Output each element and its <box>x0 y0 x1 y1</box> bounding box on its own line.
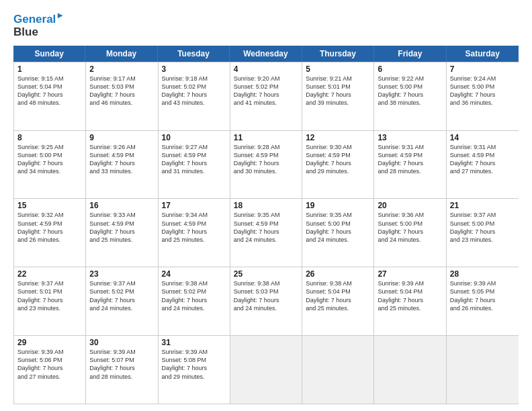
day-cell-14: 14Sunrise: 9:31 AM Sunset: 4:59 PM Dayli… <box>447 131 519 199</box>
day-number: 28 <box>450 269 515 279</box>
day-cell-4: 4Sunrise: 9:20 AM Sunset: 5:02 PM Daylig… <box>230 62 302 130</box>
day-cell-21: 21Sunrise: 9:37 AM Sunset: 5:00 PM Dayli… <box>447 199 519 267</box>
day-cell-22: 22Sunrise: 9:37 AM Sunset: 5:01 PM Dayli… <box>14 267 86 335</box>
day-info: Sunrise: 9:38 AM Sunset: 5:04 PM Dayligh… <box>306 279 370 312</box>
day-cell-30: 30Sunrise: 9:39 AM Sunset: 5:07 PM Dayli… <box>86 336 158 404</box>
week-row-5: 29Sunrise: 9:39 AM Sunset: 5:06 PM Dayli… <box>14 336 519 404</box>
day-info: Sunrise: 9:37 AM Sunset: 5:00 PM Dayligh… <box>450 211 515 244</box>
day-cell-29: 29Sunrise: 9:39 AM Sunset: 5:06 PM Dayli… <box>14 336 86 404</box>
day-cell-empty <box>302 336 374 404</box>
day-header-friday: Friday <box>374 46 446 62</box>
day-header-saturday: Saturday <box>447 46 519 62</box>
day-header-tuesday: Tuesday <box>158 46 230 62</box>
day-cell-empty <box>230 336 302 404</box>
day-number: 17 <box>162 201 226 210</box>
day-info: Sunrise: 9:35 AM Sunset: 5:00 PM Dayligh… <box>306 211 370 244</box>
day-cell-20: 20Sunrise: 9:36 AM Sunset: 5:00 PM Dayli… <box>374 199 446 267</box>
day-cell-26: 26Sunrise: 9:38 AM Sunset: 5:04 PM Dayli… <box>302 267 374 335</box>
day-number: 25 <box>234 269 298 279</box>
day-number: 6 <box>378 64 442 74</box>
day-number: 15 <box>17 201 82 210</box>
day-info: Sunrise: 9:37 AM Sunset: 5:02 PM Dayligh… <box>89 279 154 312</box>
day-number: 12 <box>306 133 370 142</box>
day-number: 13 <box>378 133 442 142</box>
day-number: 31 <box>162 338 226 347</box>
day-cell-empty <box>447 336 519 404</box>
day-number: 30 <box>89 338 154 347</box>
day-info: Sunrise: 9:17 AM Sunset: 5:03 PM Dayligh… <box>89 75 154 107</box>
day-info: Sunrise: 9:22 AM Sunset: 5:00 PM Dayligh… <box>378 75 442 107</box>
week-row-2: 8Sunrise: 9:25 AM Sunset: 5:00 PM Daylig… <box>14 131 519 199</box>
day-info: Sunrise: 9:24 AM Sunset: 5:00 PM Dayligh… <box>450 75 515 107</box>
day-number: 26 <box>306 269 370 279</box>
day-cell-3: 3Sunrise: 9:18 AM Sunset: 5:02 PM Daylig… <box>159 62 230 130</box>
calendar-header: SundayMondayTuesdayWednesdayThursdayFrid… <box>13 46 519 62</box>
week-row-4: 22Sunrise: 9:37 AM Sunset: 5:01 PM Dayli… <box>14 267 519 336</box>
header: General► Blue <box>13 11 519 39</box>
day-number: 11 <box>234 133 298 142</box>
logo-general: General <box>13 13 56 26</box>
day-header-thursday: Thursday <box>302 46 374 62</box>
day-header-monday: Monday <box>85 46 157 62</box>
day-cell-6: 6Sunrise: 9:22 AM Sunset: 5:00 PM Daylig… <box>374 62 446 130</box>
day-cell-7: 7Sunrise: 9:24 AM Sunset: 5:00 PM Daylig… <box>447 62 519 130</box>
day-cell-19: 19Sunrise: 9:35 AM Sunset: 5:00 PM Dayli… <box>302 199 374 267</box>
day-cell-12: 12Sunrise: 9:30 AM Sunset: 4:59 PM Dayli… <box>302 131 374 199</box>
day-info: Sunrise: 9:39 AM Sunset: 5:06 PM Dayligh… <box>17 348 82 381</box>
day-info: Sunrise: 9:39 AM Sunset: 5:05 PM Dayligh… <box>450 279 515 312</box>
day-info: Sunrise: 9:25 AM Sunset: 5:00 PM Dayligh… <box>17 143 82 176</box>
day-number: 21 <box>450 201 515 210</box>
day-info: Sunrise: 9:15 AM Sunset: 5:04 PM Dayligh… <box>17 75 82 107</box>
day-number: 16 <box>89 201 154 210</box>
day-number: 7 <box>450 64 515 74</box>
day-info: Sunrise: 9:34 AM Sunset: 4:59 PM Dayligh… <box>162 211 226 244</box>
day-info: Sunrise: 9:26 AM Sunset: 4:59 PM Dayligh… <box>89 143 154 176</box>
day-cell-24: 24Sunrise: 9:38 AM Sunset: 5:02 PM Dayli… <box>159 267 230 335</box>
day-cell-17: 17Sunrise: 9:34 AM Sunset: 4:59 PM Dayli… <box>159 199 230 267</box>
calendar-body: 1Sunrise: 9:15 AM Sunset: 5:04 PM Daylig… <box>13 62 519 404</box>
logo-blue: Blue <box>13 26 38 38</box>
day-cell-27: 27Sunrise: 9:39 AM Sunset: 5:04 PM Dayli… <box>374 267 446 335</box>
day-number: 29 <box>17 338 82 347</box>
day-info: Sunrise: 9:31 AM Sunset: 4:59 PM Dayligh… <box>378 143 442 176</box>
day-header-wednesday: Wednesday <box>230 46 302 62</box>
day-info: Sunrise: 9:39 AM Sunset: 5:08 PM Dayligh… <box>162 348 226 381</box>
day-cell-31: 31Sunrise: 9:39 AM Sunset: 5:08 PM Dayli… <box>159 336 230 404</box>
day-cell-16: 16Sunrise: 9:33 AM Sunset: 4:59 PM Dayli… <box>86 199 158 267</box>
day-info: Sunrise: 9:31 AM Sunset: 4:59 PM Dayligh… <box>450 143 515 176</box>
day-info: Sunrise: 9:39 AM Sunset: 5:04 PM Dayligh… <box>378 279 442 312</box>
day-cell-18: 18Sunrise: 9:35 AM Sunset: 4:59 PM Dayli… <box>230 199 302 267</box>
day-info: Sunrise: 9:30 AM Sunset: 4:59 PM Dayligh… <box>306 143 370 176</box>
day-info: Sunrise: 9:38 AM Sunset: 5:03 PM Dayligh… <box>234 279 298 312</box>
day-cell-23: 23Sunrise: 9:37 AM Sunset: 5:02 PM Dayli… <box>86 267 158 335</box>
day-info: Sunrise: 9:28 AM Sunset: 4:59 PM Dayligh… <box>234 143 298 176</box>
day-cell-2: 2Sunrise: 9:17 AM Sunset: 5:03 PM Daylig… <box>86 62 158 130</box>
day-cell-5: 5Sunrise: 9:21 AM Sunset: 5:01 PM Daylig… <box>302 62 374 130</box>
calendar: SundayMondayTuesdayWednesdayThursdayFrid… <box>13 46 519 404</box>
day-info: Sunrise: 9:21 AM Sunset: 5:01 PM Dayligh… <box>306 75 370 107</box>
day-number: 19 <box>306 201 370 210</box>
day-info: Sunrise: 9:36 AM Sunset: 5:00 PM Dayligh… <box>378 211 442 244</box>
logo: General► Blue <box>13 11 64 39</box>
day-number: 14 <box>450 133 515 142</box>
day-info: Sunrise: 9:20 AM Sunset: 5:02 PM Dayligh… <box>234 75 298 107</box>
day-number: 1 <box>17 64 82 74</box>
day-number: 4 <box>234 64 298 74</box>
day-cell-28: 28Sunrise: 9:39 AM Sunset: 5:05 PM Dayli… <box>447 267 519 335</box>
day-cell-25: 25Sunrise: 9:38 AM Sunset: 5:03 PM Dayli… <box>230 267 302 335</box>
calendar-page: General► Blue SundayMondayTuesdayWednesd… <box>0 0 532 411</box>
day-cell-1: 1Sunrise: 9:15 AM Sunset: 5:04 PM Daylig… <box>14 62 86 130</box>
day-number: 22 <box>17 269 82 279</box>
day-cell-9: 9Sunrise: 9:26 AM Sunset: 4:59 PM Daylig… <box>86 131 158 199</box>
logo-text: General► Blue <box>13 11 64 39</box>
day-cell-8: 8Sunrise: 9:25 AM Sunset: 5:00 PM Daylig… <box>14 131 86 199</box>
day-cell-13: 13Sunrise: 9:31 AM Sunset: 4:59 PM Dayli… <box>374 131 446 199</box>
day-cell-15: 15Sunrise: 9:32 AM Sunset: 4:59 PM Dayli… <box>14 199 86 267</box>
day-info: Sunrise: 9:35 AM Sunset: 4:59 PM Dayligh… <box>234 211 298 244</box>
day-header-sunday: Sunday <box>13 46 85 62</box>
day-cell-empty <box>374 336 446 404</box>
day-info: Sunrise: 9:32 AM Sunset: 4:59 PM Dayligh… <box>17 211 82 244</box>
week-row-3: 15Sunrise: 9:32 AM Sunset: 4:59 PM Dayli… <box>14 199 519 267</box>
day-info: Sunrise: 9:18 AM Sunset: 5:02 PM Dayligh… <box>162 75 226 107</box>
day-number: 23 <box>89 269 154 279</box>
